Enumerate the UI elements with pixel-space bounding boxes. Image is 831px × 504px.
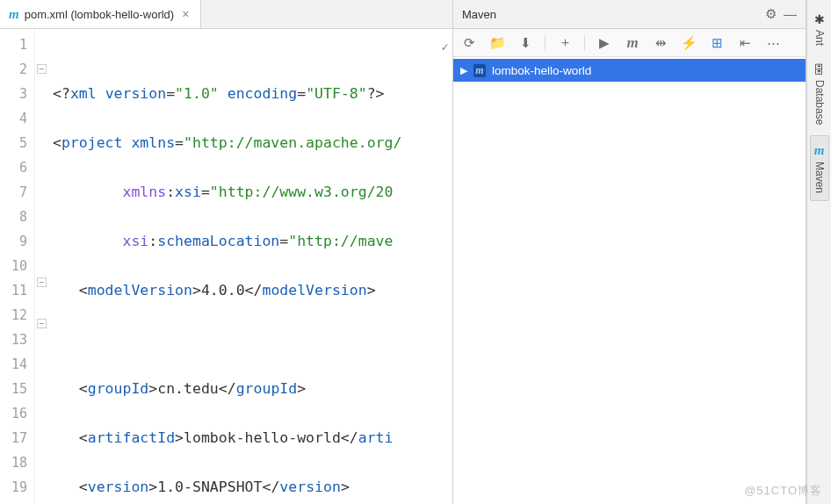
line-number-gutter: 123 456 789 101112 131415 161718 19: [0, 29, 35, 504]
gear-icon[interactable]: ⚙: [765, 6, 777, 22]
fold-gutter: − − −: [35, 29, 47, 504]
editor-tab-pom[interactable]: m pom.xml (lombok-hello-world) ×: [0, 0, 201, 28]
side-tab-ant[interactable]: ✱ Ant: [811, 5, 828, 53]
watermark: @51CTO博客: [744, 483, 822, 499]
chevron-right-icon[interactable]: ▶: [460, 65, 467, 76]
reload-icon[interactable]: ⟳: [460, 35, 478, 51]
execute-maven-goal-icon[interactable]: m: [624, 34, 641, 52]
right-side-tabs: ✱ Ant 🗄 Database m Maven: [806, 0, 831, 504]
code-editor[interactable]: 123 456 789 101112 131415 161718 19 − − …: [0, 29, 452, 504]
maven-tool-window: Maven ⚙ — ⟳ 📁 ⬇ ＋ ▶ m ⇹ ⚡ ⊞ ⇤ ⋯: [453, 0, 806, 504]
inspection-ok-icon: ✓: [442, 34, 449, 59]
maven-module-icon: m: [473, 64, 485, 77]
right-panel: Maven ⚙ — ⟳ 📁 ⬇ ＋ ▶ m ⇹ ⚡ ⊞ ⇤ ⋯: [453, 0, 831, 504]
fold-toggle-icon[interactable]: −: [37, 64, 47, 74]
show-dependencies-icon[interactable]: ⊞: [708, 35, 726, 51]
maven-title: Maven: [462, 8, 496, 21]
editor-panel: m pom.xml (lombok-hello-world) × 123 456…: [0, 0, 453, 504]
maven-projects-tree[interactable]: ▶ m lombok-hello-world: [453, 57, 806, 504]
generate-sources-icon[interactable]: 📁: [488, 35, 506, 51]
ant-icon: ✱: [814, 12, 825, 26]
more-icon[interactable]: ⋯: [764, 35, 782, 51]
fold-toggle-icon[interactable]: −: [37, 277, 47, 287]
download-sources-icon[interactable]: ⬇: [517, 35, 534, 51]
maven-toolbar: ⟳ 📁 ⬇ ＋ ▶ m ⇹ ⚡ ⊞ ⇤ ⋯: [453, 29, 806, 57]
database-icon: 🗄: [813, 63, 825, 76]
toggle-offline-icon[interactable]: ⇹: [652, 35, 669, 51]
fold-toggle-icon[interactable]: −: [37, 319, 47, 328]
maven-icon: m: [814, 143, 825, 158]
editor-tab-bar: m pom.xml (lombok-hello-world) ×: [0, 0, 452, 29]
maven-project-label: lombok-hello-world: [492, 64, 591, 77]
run-icon[interactable]: ▶: [596, 35, 613, 51]
toggle-skip-tests-icon[interactable]: ⚡: [680, 35, 697, 51]
side-tab-database[interactable]: 🗄 Database: [811, 56, 828, 132]
maven-header: Maven ⚙ —: [453, 0, 806, 29]
code-content[interactable]: ✓ <?xml version="1.0" encoding="UTF-8"?>…: [47, 29, 452, 504]
maven-project-node[interactable]: ▶ m lombok-hello-world: [453, 59, 806, 82]
minimize-icon[interactable]: —: [784, 6, 797, 22]
maven-file-icon: m: [9, 7, 19, 22]
add-icon[interactable]: ＋: [556, 34, 574, 51]
collapse-all-icon[interactable]: ⇤: [736, 35, 754, 51]
close-icon[interactable]: ×: [179, 7, 191, 21]
tab-label: pom.xml (lombok-hello-world): [25, 8, 175, 21]
side-tab-maven[interactable]: m Maven: [810, 135, 829, 201]
